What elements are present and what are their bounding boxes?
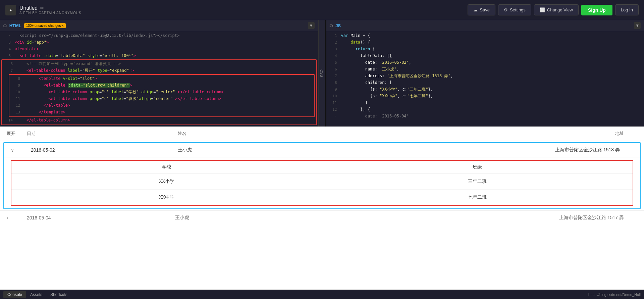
code-line: 5 <el-table :data="tableData" style="wid… xyxy=(0,53,318,59)
logo-area: ✦ Untitled ✏ A PEN BY CAPTAIN ANONYMOUS xyxy=(5,5,82,15)
js-collapse-button[interactable]: ▼ xyxy=(634,22,641,29)
signup-button[interactable]: Sign Up xyxy=(581,5,612,15)
code-line: 3 <div id="app"> xyxy=(0,39,318,46)
code-line: · date: '2016-05-04' xyxy=(326,113,644,120)
code-line: 11 ] xyxy=(326,100,644,106)
code-line: 13 </template> xyxy=(9,109,314,116)
code-line: 3 return { xyxy=(326,46,644,53)
code-line: 6 <!-- 咋们加一列 type="expand" 看看效果 --> xyxy=(2,61,316,67)
red-box-outer: 6 <!-- 咋们加一列 type="expand" 看看效果 --> 7 <e… xyxy=(1,59,317,125)
code-line: 4 <template> xyxy=(0,46,318,53)
code-line: 1 var Main = { xyxy=(326,33,644,39)
html-panel-title: HTML xyxy=(9,23,21,28)
code-line: 7 <el-table-column label="展开" type="expa… xyxy=(2,67,316,74)
code-line: 14 </el-table-column> xyxy=(2,117,316,124)
change-view-button[interactable]: ⬜ Change View xyxy=(534,4,579,15)
code-line: 10 {s: "XX中学", c:"七年二班"}, xyxy=(326,93,644,100)
html-collapse-button[interactable]: ▼ xyxy=(308,22,315,29)
cell-date: 2016-05-02 xyxy=(31,147,98,153)
table-row-main: ∨ 2016-05-02 王小虎 上海市普陀区金沙江路 1518 弄 xyxy=(4,143,640,157)
header: ✦ Untitled ✏ A PEN BY CAPTAIN ANONYMOUS … xyxy=(0,0,644,20)
table: 展开 日期 姓名 地址 ∨ 2016-05-02 王小虎 上海市普陀区金沙江路 … xyxy=(0,127,644,225)
code-line: 8 children: [ xyxy=(326,80,644,86)
nested-col-school: 学校 xyxy=(11,164,322,170)
cell-name: 王小虎 xyxy=(98,147,272,153)
col-name-header: 姓名 xyxy=(94,131,271,137)
editor-area: ⚙ HTML 100+ unsaved changes × ▼ · <scrip… xyxy=(0,20,644,127)
code-line: 6 name: '王小虎', xyxy=(326,66,644,73)
cell-date-2: 2016-05-04 xyxy=(27,215,94,220)
cell-address-2: 上海市普陀区金沙江路 1517 弄 xyxy=(271,215,637,221)
nested-col-class: 班级 xyxy=(322,164,633,170)
html-panel: ⚙ HTML 100+ unsaved changes × ▼ · <scrip… xyxy=(0,20,318,127)
code-line: 9 <el-table :data="slot.row.children"> xyxy=(9,82,314,89)
header-title: Untitled ✏ A PEN BY CAPTAIN ANONYMOUS xyxy=(19,5,82,15)
code-line: 12 }, { xyxy=(326,106,644,113)
gear-small-icon: ⚙ xyxy=(3,22,7,29)
col-address-header: 地址 xyxy=(271,131,637,137)
nested-class-1: 三年二班 xyxy=(322,179,633,185)
login-button[interactable]: Log In xyxy=(615,4,639,15)
col-date-header: 日期 xyxy=(27,131,94,137)
js-panel: ⚙ JS ▼ 1 var Main = { 2 data() { 3 retur… xyxy=(326,20,644,127)
table-header: 展开 日期 姓名 地址 xyxy=(0,127,644,141)
code-line: 5 date: '2016-05-02', xyxy=(326,59,644,66)
css-panel-label[interactable]: CSS xyxy=(318,20,325,127)
cloud-icon: ☁ xyxy=(473,7,478,12)
bottom-bar: Console Assets Shortcuts https://blog.cs… xyxy=(0,290,644,299)
js-panel-header: ⚙ JS ▼ xyxy=(326,20,644,31)
code-line: · <script src="//unpkg.com/element-ui@2.… xyxy=(0,33,318,39)
code-line: 2 data() { xyxy=(326,39,644,46)
assets-tab[interactable]: Assets xyxy=(26,291,46,298)
url-display: https://blog.csdn.net/Demo_Null xyxy=(588,293,641,297)
shortcuts-tab[interactable]: Shortcuts xyxy=(46,291,71,298)
save-button[interactable]: ☁ Save xyxy=(468,4,495,15)
nested-table-header: 学校 班级 xyxy=(11,161,633,174)
nested-school-2: XX中学 xyxy=(11,194,322,200)
code-line: 11 <el-table-column prop="c" label="班级"a… xyxy=(9,96,314,102)
code-line: 7 address: '上海市普陀区金沙江路 1518 弄', xyxy=(326,73,644,80)
nested-table: 学校 班级 XX小学 三年二班 XX中学 七年二班 xyxy=(11,160,633,206)
gear-js-icon: ⚙ xyxy=(330,22,333,29)
cell-address: 上海市普陀区金沙江路 1518 弄 xyxy=(272,147,633,153)
js-panel-title: JS xyxy=(335,23,341,28)
preview-area: 展开 日期 姓名 地址 ∨ 2016-05-02 王小虎 上海市普陀区金沙江路 … xyxy=(0,127,644,290)
gear-icon: ⚙ xyxy=(504,7,508,12)
nested-table-row: XX小学 三年二班 xyxy=(11,174,633,190)
cell-name-2: 王小虎 xyxy=(94,215,271,221)
html-panel-header: ⚙ HTML 100+ unsaved changes × ▼ xyxy=(0,20,318,31)
code-line: 10 <el-table-column prop="s" label="学校" … xyxy=(9,89,314,96)
expand-icon-2[interactable]: › xyxy=(7,215,27,220)
view-icon: ⬜ xyxy=(540,7,545,12)
code-line: 4 tableData: [{ xyxy=(326,53,644,59)
html-code-area[interactable]: · <script src="//unpkg.com/element-ui@2.… xyxy=(0,31,318,127)
table-row-expanded: ∨ 2016-05-02 王小虎 上海市普陀区金沙江路 1518 弄 学校 班级… xyxy=(3,142,641,209)
col-expand-header: 展开 xyxy=(7,131,27,137)
expand-icon[interactable]: ∨ xyxy=(11,147,31,153)
table-row-2: › 2016-05-04 王小虎 上海市普陀区金沙江路 1517 弄 xyxy=(0,210,644,225)
edit-icon[interactable]: ✏ xyxy=(40,5,44,11)
settings-button[interactable]: ⚙ Settings xyxy=(498,4,531,15)
nested-school-1: XX小学 xyxy=(11,179,322,185)
js-code-area[interactable]: 1 var Main = { 2 data() { 3 return { 4 t… xyxy=(326,31,644,127)
pen-subtitle: A PEN BY CAPTAIN ANONYMOUS xyxy=(19,11,82,15)
nested-table-row: XX中学 七年二班 xyxy=(11,190,633,205)
console-tab[interactable]: Console xyxy=(3,291,26,298)
logo-icon: ✦ xyxy=(5,5,16,15)
red-box-inner: 8 <template v-slot="slot"> 9 <el-table :… xyxy=(9,74,315,117)
code-line: 9 {s: "XX小学", c:"三年二班"}, xyxy=(326,86,644,93)
code-line: 8 <template v-slot="slot"> xyxy=(9,76,314,82)
unsaved-badge[interactable]: 100+ unsaved changes × xyxy=(24,23,66,28)
code-line: 12 </el-table> xyxy=(9,102,314,109)
pen-title: Untitled xyxy=(19,5,38,11)
nested-class-2: 七年二班 xyxy=(322,194,633,200)
